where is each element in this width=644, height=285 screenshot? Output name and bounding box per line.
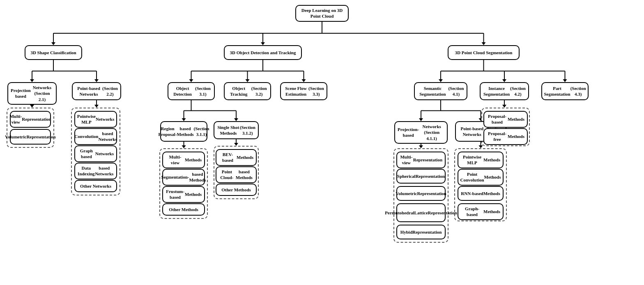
ss312-node: Single Shot Methods(Section 3.1.2) bbox=[214, 121, 259, 139]
spherical-rep: SphericalRepresentation bbox=[396, 169, 446, 184]
seg-methods: Segmentation-based Methods bbox=[162, 169, 205, 186]
instseg42-node: Instance Segmentation(Section 4.2) bbox=[480, 82, 529, 100]
sfe33-node: Scene Flow Estimation(Section 3.3) bbox=[280, 82, 327, 100]
rp311-node: Region Proposal-based Methods(Section 3.… bbox=[160, 121, 207, 142]
partseg43-node: Part Segmentation(Section 4.3) bbox=[541, 82, 589, 100]
level1-seg: 3D Point Cloud Segmentation bbox=[448, 45, 520, 60]
pointwise-mlp: Pointwise MLPNetworks bbox=[74, 111, 117, 128]
proposal-based: Proposal-basedMethods bbox=[483, 111, 528, 128]
multiview-rep: Multi-viewRepresentation bbox=[10, 111, 51, 128]
level1-detect: 3D Object Detection and Tracking bbox=[224, 45, 302, 60]
rnn-sem: RNN-basedMethods bbox=[458, 186, 504, 201]
level1-shape: 3D Shape Classification bbox=[25, 45, 82, 60]
bev-methods: BEV-basedMethods bbox=[216, 149, 257, 166]
graph-networks: Graph basedNetworks bbox=[74, 145, 117, 162]
vol-rep-sem: VolumetricRepresentation bbox=[396, 186, 446, 201]
volumetric-rep: VolumetricRepresentation bbox=[10, 129, 51, 145]
projsem411-node: Projection-basedNetworks (Section 4.1.1) bbox=[394, 121, 448, 144]
diagram-container: Deep Learning on 3D Point Cloud3D Shape … bbox=[0, 0, 644, 285]
semseg41-node: Semantic Segmentation(Section 4.1) bbox=[414, 82, 467, 100]
mv-rep-sem: Multi-viewRepresentation bbox=[396, 152, 446, 168]
ptwise-mlp-sem: Pointwise MLPMethods bbox=[458, 152, 504, 168]
perm-lattice: PermutohedralLatticeRepresentation bbox=[396, 203, 446, 222]
proj21-node: Projection basedNetworks (Section 2.1) bbox=[7, 82, 57, 105]
other-methods-rp: Other Methods bbox=[162, 203, 205, 216]
root-node: Deep Learning on 3D Point Cloud bbox=[295, 5, 349, 22]
graph-sem: Graph-basedMethods bbox=[458, 203, 504, 220]
other-methods-ss: Other Methods bbox=[216, 184, 257, 196]
proposal-free: Proposal-freeMethods bbox=[483, 128, 528, 145]
ot32-node: Object Tracking(Section 3.2) bbox=[224, 82, 271, 100]
mv-methods: Multi-viewMethods bbox=[162, 152, 205, 168]
conv-networks: Convolutionbased Networks bbox=[74, 128, 117, 145]
pc-methods: Point Cloud-based Methods bbox=[216, 166, 257, 183]
pt-conv-sem: Point ConvolutionMethods bbox=[458, 169, 504, 186]
pb22-node: Point-based Networks(Section 2.2) bbox=[72, 82, 121, 100]
data-indexing: Data Indexingbased Networks bbox=[74, 163, 117, 179]
hybrid-rep: HybidRepresentation bbox=[396, 225, 446, 239]
frustum-methods: Frustum-basedMethods bbox=[162, 186, 205, 203]
other-networks: Other Networks bbox=[74, 180, 117, 192]
od31-node: Object Detection(Section 3.1) bbox=[168, 82, 215, 100]
